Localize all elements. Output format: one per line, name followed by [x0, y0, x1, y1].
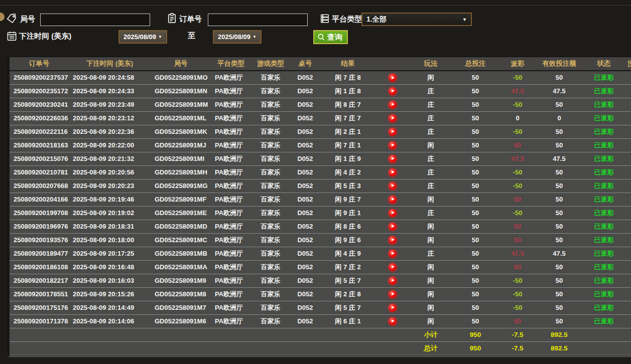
cell-valid: 50 [536, 260, 582, 274]
play-video-button[interactable] [389, 196, 397, 204]
order-number-input[interactable] [208, 14, 308, 26]
cell-status: 已派彩 [582, 301, 625, 314]
play-video-button[interactable] [389, 114, 397, 122]
cell-payout: 50 [499, 233, 536, 247]
play-video-button[interactable] [389, 250, 397, 258]
cell-order: 250809200218163 [10, 138, 69, 152]
cell-status: 已派彩 [582, 111, 625, 125]
order-number-label: 订单号 [179, 15, 202, 24]
cell-play [375, 179, 410, 193]
subtotal-payout: -7.5 [499, 328, 536, 341]
cell-total: 50 [452, 111, 499, 125]
date-to-picker[interactable]: 2025/08/09 ▼ [213, 30, 262, 44]
play-video-button[interactable] [389, 168, 397, 176]
cell-platform: PA欧洲厅 [211, 260, 251, 274]
cell-result: 闲 5 庄 7 [320, 274, 375, 287]
play-video-button[interactable] [389, 277, 397, 285]
cell-bet: 闲 [410, 260, 452, 274]
cell-extra [625, 138, 631, 152]
play-video-button[interactable] [389, 128, 397, 136]
cell-status: 已派彩 [582, 98, 625, 111]
play-video-button[interactable] [389, 209, 397, 217]
cell-play [375, 111, 410, 125]
cell-round: GD052258091M7 [151, 301, 211, 314]
cell-payout: -50 [499, 125, 536, 138]
cell-platform: PA欧洲厅 [211, 138, 251, 152]
cell-order: 250809200193576 [10, 233, 69, 247]
play-video-button[interactable] [389, 236, 397, 244]
col-header-valid: 有效投注额 [536, 57, 582, 71]
cell-bet: 闲 [410, 193, 452, 206]
cell-order: 250809200204166 [10, 193, 69, 206]
col-header-table: 桌号 [290, 57, 320, 71]
play-video-button[interactable] [389, 304, 397, 312]
cell-round: GD052258091MM [151, 98, 211, 111]
play-video-button[interactable] [389, 101, 397, 109]
play-video-button[interactable] [389, 155, 397, 163]
cell-extra [625, 179, 631, 193]
cell-platform: PA欧洲厅 [211, 274, 251, 287]
to-label: 至 [188, 31, 195, 41]
cell-tableNo: D052 [290, 138, 320, 152]
cell-extra [625, 314, 631, 328]
cell-play [375, 193, 410, 206]
date-from-picker[interactable]: 2025/08/09 ▼ [118, 30, 167, 44]
table-row: 2508092001894772025-08-09 20:17:25GD0522… [10, 247, 631, 260]
cell-round: GD052258091MG [151, 179, 211, 193]
cell-extra [625, 165, 631, 179]
cell-extra [625, 125, 631, 138]
cell-payout: 50 [499, 260, 536, 274]
cell-order: 250809200222116 [10, 125, 69, 138]
cell-valid: 50 [536, 125, 582, 138]
cell-bet: 庄 [410, 111, 452, 125]
table-row: 2508092001785512025-08-09 20:15:26GD0522… [10, 287, 631, 301]
cell-result: 闲 4 庄 2 [320, 165, 375, 179]
play-video-button[interactable] [389, 290, 397, 298]
cell-status: 已派彩 [582, 193, 625, 206]
cell-status: 已派彩 [582, 233, 625, 247]
play-video-button[interactable] [389, 87, 397, 95]
cell-valid: 50 [536, 138, 582, 152]
play-video-button[interactable] [389, 141, 397, 149]
round-number-input[interactable] [40, 14, 150, 26]
cell-result: 闲 2 庄 1 [320, 125, 375, 138]
play-video-button[interactable] [389, 263, 397, 271]
play-video-button[interactable] [389, 223, 397, 231]
table-row: 2508092002107812025-08-09 20:20:56GD0522… [10, 165, 631, 179]
cell-bet: 闲 [410, 233, 452, 247]
col-header-bet: 玩法 [410, 57, 452, 71]
cell-play [375, 220, 410, 233]
cell-payout: -50 [499, 206, 536, 220]
cell-game: 百家乐 [251, 98, 290, 111]
platform-type-select[interactable]: 1.全部 ▼ [361, 13, 472, 26]
query-button[interactable]: 查询 [313, 30, 348, 44]
cell-play [375, 206, 410, 220]
play-video-button[interactable] [389, 182, 397, 190]
cell-platform: PA欧洲厅 [211, 165, 251, 179]
cell-payout: -50 [499, 98, 536, 111]
cell-valid: 50 [536, 193, 582, 206]
round-number-label: 局号 [20, 15, 35, 24]
cell-extra [625, 71, 631, 84]
cell-extra [625, 301, 631, 314]
cell-tableNo: D052 [290, 247, 320, 260]
cell-valid: 50 [536, 98, 582, 111]
cell-tableNo: D052 [290, 125, 320, 138]
cell-status: 已派彩 [582, 84, 625, 98]
col-header-play [375, 57, 410, 71]
cell-game: 百家乐 [251, 84, 290, 98]
cell-time: 2025-08-09 20:16:03 [69, 274, 151, 287]
cell-valid: 50 [536, 301, 582, 314]
filter-bar: 局号 订单号 平台类型 1.全部 ▼ [0, 0, 631, 50]
cell-game: 百家乐 [251, 274, 290, 287]
platform-list-icon [319, 13, 330, 24]
table-row: 2508092001822172025-08-09 20:16:03GD0522… [10, 274, 631, 287]
chevron-down-icon: ▼ [158, 35, 162, 39]
table-row: 2508092002041662025-08-09 20:19:46GD0522… [10, 193, 631, 206]
play-video-button[interactable] [389, 317, 397, 325]
cell-order: 250809200199708 [10, 206, 69, 220]
query-button-label: 查询 [327, 33, 342, 42]
cell-platform: PA欧洲厅 [211, 84, 251, 98]
play-video-button[interactable] [389, 74, 397, 82]
col-header-round: 局号 [151, 57, 211, 71]
